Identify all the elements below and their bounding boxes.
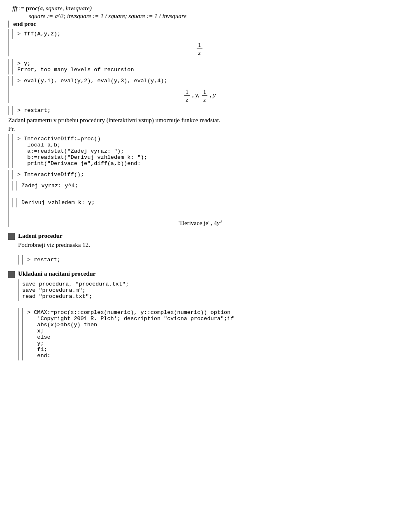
math-derivace-result: "Derivace je", 4y3 bbox=[12, 219, 387, 227]
block-y-error: > y; Error, too many levels of recursion bbox=[8, 59, 387, 74]
proc-def-line2: square := a^2; invsquare := 1 / square; … bbox=[8, 13, 387, 20]
code-restart-1: > restart; bbox=[12, 106, 387, 115]
block-restart-2: > restart; bbox=[18, 255, 387, 265]
code-derivuj: Derivuj vzhledem k: y; bbox=[16, 198, 387, 207]
block-restart-1: > restart; bbox=[8, 106, 387, 115]
code-fff-call: > fff(A,y,z); bbox=[12, 29, 387, 39]
proc-def-line1: fff := proc(a, square, invsquare) bbox=[8, 5, 387, 12]
comma-y: , y, bbox=[192, 92, 201, 98]
section-ukladani-body: save procedura, "procedura.txt"; save "p… bbox=[18, 279, 387, 360]
section-ladeni-body: Podrobneji viz prednaska 12. > restart; bbox=[18, 242, 387, 265]
block-fff-call: > fff(A,y,z); 1 z bbox=[8, 29, 387, 56]
section-ukladani-title: Ukladani a nacitani procedur bbox=[18, 270, 96, 277]
frac-1z-1-num: 1 bbox=[184, 88, 190, 96]
block-interactive-diff-call: > InteractiveDiff(); Zadej vyraz: y^4; D… bbox=[8, 170, 387, 227]
frac-1z-2-den: z bbox=[202, 96, 207, 103]
code-eval: > eval(y,1), eval(y,2), eval(y,3), eval(… bbox=[12, 76, 387, 86]
code-restart-2: > restart; bbox=[22, 255, 387, 265]
text-description: Zadani parametru v prubehu procedury (in… bbox=[8, 117, 387, 124]
text-pr: Pr. bbox=[8, 125, 387, 132]
frac-1z-2-num: 1 bbox=[202, 88, 208, 96]
frac-1z-1: 1 z bbox=[184, 88, 190, 103]
fraction-numerator: 1 bbox=[197, 41, 202, 49]
block-derivuj: Derivuj vzhledem k: y; bbox=[12, 198, 387, 207]
code-y-prompt: > y; Error, too many levels of recursion bbox=[12, 59, 387, 74]
section-ukladani-header: Ukladani a nacitani procedur bbox=[8, 270, 387, 278]
code-save1: save procedura, "procedura.txt"; save "p… bbox=[22, 279, 387, 301]
frac-1z-1-den: z bbox=[185, 96, 190, 103]
proc-definition: fff := proc(a, square, invsquare) square… bbox=[8, 5, 387, 28]
fraction-1z: 1 z bbox=[197, 41, 202, 56]
code-interactive-diff-call: > InteractiveDiff(); bbox=[12, 170, 387, 179]
section-ladeni-toggle[interactable] bbox=[8, 233, 15, 240]
code-zadej-vyraz: Zadej vyraz: y^4; bbox=[16, 181, 387, 190]
code-cmax: > CMAX:=proc(x::complex(numeric), y::com… bbox=[22, 308, 387, 360]
block-eval: > eval(y,1), eval(y,2), eval(y,3), eval(… bbox=[8, 76, 387, 103]
fraction-denominator: z bbox=[197, 49, 202, 56]
block-cmax: > CMAX:=proc(x::complex(numeric), y::com… bbox=[18, 308, 387, 360]
code-interactive-diff: > InteractiveDiff:=proc() local a,b; a:=… bbox=[12, 134, 387, 168]
frac-1z-2: 1 z bbox=[202, 88, 208, 103]
section-ladeni-header: Ladeni procedur bbox=[8, 232, 387, 240]
block-save-commands: save procedura, "procedura.txt"; save "p… bbox=[18, 279, 387, 301]
section-ladeni-title: Ladeni procedur bbox=[18, 232, 63, 239]
comma-y-2: , y bbox=[210, 92, 216, 98]
ladeni-description: Podrobneji viz prednaska 12. bbox=[18, 242, 387, 249]
section-ukladani-toggle[interactable] bbox=[8, 271, 15, 278]
block-interactive-diff-def: > InteractiveDiff:=proc() local a,b; a:=… bbox=[8, 134, 387, 168]
block-zadej-vyraz: Zadej vyraz: y^4; bbox=[12, 181, 387, 190]
proc-end: end proc bbox=[8, 21, 387, 28]
math-eval-result: 1 z , y, 1 z , y bbox=[12, 88, 387, 103]
math-result-1z: 1 z bbox=[12, 41, 387, 56]
